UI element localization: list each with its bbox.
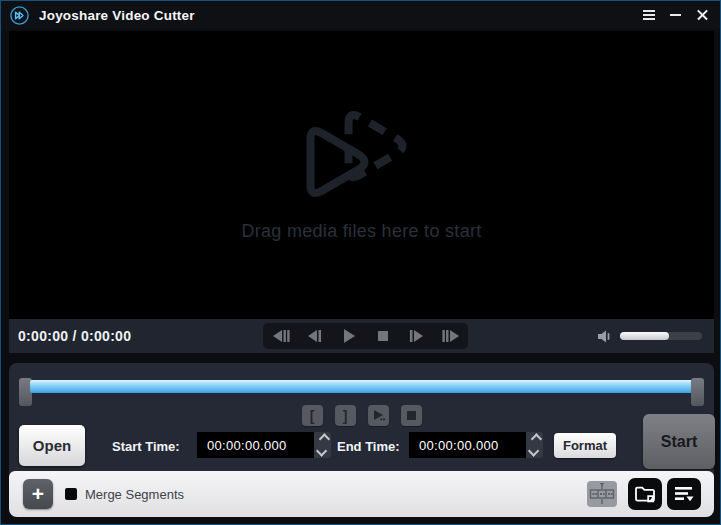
- chevron-down-icon[interactable]: [527, 445, 538, 456]
- output-folder-icon: [634, 485, 656, 504]
- minimize-icon[interactable]: [662, 1, 689, 29]
- set-start-bracket-button[interactable]: [: [302, 405, 323, 426]
- preview-segment-button[interactable]: [368, 405, 389, 426]
- chevron-down-icon[interactable]: [315, 445, 326, 456]
- add-segment-button[interactable]: +: [23, 479, 53, 509]
- volume-fill: [620, 332, 669, 340]
- app-window: Joyoshare Video Cutter Drag media files …: [0, 0, 721, 525]
- step-backward-icon[interactable]: [299, 325, 330, 347]
- start-time-label: Start Time:: [112, 439, 180, 454]
- segment-marker-row: [ ]: [9, 405, 714, 426]
- edit-panel: [ ] Open Start Time: End Time: Format St…: [9, 363, 714, 517]
- open-button[interactable]: Open: [19, 425, 85, 466]
- merge-segments-bar: + Merge Segments: [9, 471, 714, 517]
- time-display: 0:00:00 / 0:00:00: [18, 328, 131, 344]
- stop-segment-button[interactable]: [401, 405, 422, 426]
- segment-filmstrip-icon: [587, 481, 617, 507]
- segment-list-button[interactable]: [667, 478, 701, 510]
- set-end-bracket-button[interactable]: ]: [335, 405, 356, 426]
- stop-segment-icon: [407, 411, 416, 420]
- play-icon[interactable]: [333, 325, 364, 347]
- titlebar: Joyoshare Video Cutter: [1, 1, 720, 29]
- trim-handle-right[interactable]: [691, 378, 704, 406]
- video-preview-area[interactable]: Drag media files here to start: [9, 31, 714, 319]
- start-time-input[interactable]: [197, 432, 314, 458]
- chevron-up-icon[interactable]: [530, 433, 541, 444]
- window-title: Joyoshare Video Cutter: [39, 8, 195, 23]
- step-forward-icon[interactable]: [401, 325, 432, 347]
- timeline-selection-bar[interactable]: [30, 380, 693, 393]
- skip-to-start-icon[interactable]: [265, 325, 296, 347]
- app-logo-icon: [10, 6, 29, 25]
- stop-icon[interactable]: [367, 325, 398, 347]
- start-button[interactable]: Start: [643, 414, 715, 469]
- play-segment-icon: [372, 409, 385, 422]
- format-button[interactable]: Format: [554, 433, 616, 458]
- skip-to-end-icon[interactable]: [435, 325, 466, 347]
- chevron-up-icon[interactable]: [318, 433, 329, 444]
- start-time-stepper[interactable]: [314, 432, 331, 458]
- close-icon[interactable]: [689, 1, 716, 29]
- window-controls: [635, 1, 716, 29]
- volume-controls: [598, 319, 702, 353]
- speaker-icon[interactable]: [598, 330, 614, 343]
- end-time-stepper[interactable]: [526, 432, 543, 458]
- menu-icon[interactable]: [635, 1, 662, 29]
- transport-controls: [263, 323, 468, 349]
- watermark-play-icon: [279, 89, 444, 221]
- end-time-label: End Time:: [337, 439, 400, 454]
- segment-list-icon: [674, 486, 694, 502]
- merge-segments-label: Merge Segments: [85, 487, 184, 502]
- playback-control-row: 0:00:00 / 0:00:00: [9, 319, 714, 353]
- merge-segments-checkbox[interactable]: [65, 488, 77, 500]
- output-folder-button[interactable]: [628, 478, 662, 510]
- drop-hint-text: Drag media files here to start: [9, 221, 714, 242]
- end-time-input[interactable]: [409, 432, 526, 458]
- volume-slider[interactable]: [620, 332, 702, 340]
